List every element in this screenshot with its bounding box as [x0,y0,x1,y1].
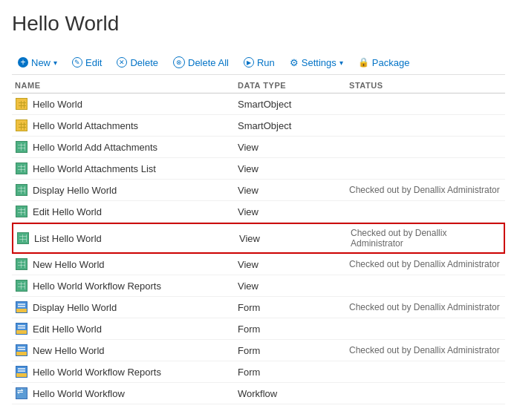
delete-label: Delete [130,57,158,68]
cell-name: Hello World Attachments [15,119,238,132]
item-name: Edit Hello World [33,324,102,335]
smartobject-icon [15,97,28,111]
table-row[interactable]: Hello World Workflow Reports Form [12,361,505,383]
view-icon [15,205,28,218]
table-row[interactable]: Hello World Attachments List View [12,158,505,180]
form-icon [15,301,28,314]
package-icon: 🔒 [358,57,369,68]
run-label: Run [257,57,275,68]
item-name: Hello World Workflow Reports [33,367,161,378]
item-name: Display Hello World [33,185,117,196]
cell-name: Display Hello World [15,183,238,197]
item-name: New Hello World [33,345,105,356]
page-title: Hello World [12,12,505,36]
table-row[interactable]: List Hello World View Checked out by Den… [12,223,505,254]
cell-datatype: View [238,259,349,270]
cell-status: Checked out by Denallix Administrator [349,185,502,195]
cell-status: Checked out by Denallix Administrator [351,228,501,249]
cell-datatype: View [238,163,349,174]
table-row[interactable]: Display Hello World Form Checked out by … [12,297,505,318]
run-button[interactable]: ▶ Run [238,54,281,71]
cell-datatype: Form [238,367,349,378]
col-header-datatype: DATA TYPE [238,81,349,90]
settings-icon: ⚙ [290,57,299,68]
smartobject-icon [15,119,28,132]
cell-datatype: SmartObject [238,120,349,131]
table-row[interactable]: Hello World Attachments SmartObject [12,115,505,137]
table-row[interactable]: Edit Hello World View [12,201,505,223]
item-name: Hello World Attachments [33,120,138,131]
package-label: Package [372,57,410,68]
item-name: Hello World Workflow [33,388,125,399]
table-row[interactable]: Hello World Add Attachments View [12,137,505,158]
col-header-name: NAME [15,81,238,90]
new-chevron-icon: ▾ [53,59,57,67]
settings-button[interactable]: ⚙ Settings ▾ [284,54,349,71]
cell-status: Checked out by Denallix Administrator [349,259,502,269]
cell-datatype: View [239,233,351,244]
column-headers: NAME DATA TYPE STATUS [12,78,505,93]
table-row[interactable]: Edit Hello World Form [12,318,505,340]
settings-label: Settings [302,57,336,68]
new-label: New [31,57,51,68]
table-row[interactable]: New Hello World View Checked out by Dena… [12,254,505,275]
cell-name: Edit Hello World [15,205,238,218]
item-name: New Hello World [33,259,105,270]
item-name: Hello World Add Attachments [33,142,157,153]
data-table: NAME DATA TYPE STATUS Hello World SmartO… [0,78,517,404]
package-button[interactable]: 🔒 Package [352,54,416,71]
delete-all-button[interactable]: ⊗ Delete All [167,53,235,71]
cell-name: Display Hello World [15,301,238,314]
cell-name: Hello World Attachments List [15,162,238,175]
new-icon: + [18,57,28,68]
cell-name: Hello World Workflow [15,387,238,400]
cell-name: List Hello World [16,232,239,245]
toolbar: + New ▾ ✎ Edit ✕ Delete ⊗ Delete All ▶ R… [12,50,505,75]
cell-datatype: Form [238,324,349,335]
item-name: List Hello World [34,233,102,244]
view-icon [15,162,28,175]
col-header-status: STATUS [349,81,502,90]
table-row[interactable]: New Hello World Form Checked out by Dena… [12,340,505,361]
cell-name: Hello World [15,97,238,111]
delete-button[interactable]: ✕ Delete [111,54,164,71]
item-name: Hello World Workflow Reports [33,280,161,292]
cell-name: Hello World Workflow Reports [15,365,238,378]
form-icon [15,365,28,378]
view-icon [15,140,28,154]
rows-container: Hello World SmartObject Hello World Atta… [12,93,505,404]
cell-name: New Hello World [15,344,238,357]
view-icon [15,257,28,271]
cell-datatype: Form [238,345,349,356]
view-icon [15,279,28,292]
edit-icon: ✎ [72,57,82,68]
cell-name: Edit Hello World [15,322,238,335]
cell-name: New Hello World [15,257,238,271]
cell-status: Checked out by Denallix Administrator [349,345,502,355]
edit-button[interactable]: ✎ Edit [66,54,108,71]
edit-label: Edit [85,57,102,68]
run-icon: ▶ [244,57,254,68]
cell-datatype: View [238,206,349,217]
item-name: Hello World Attachments List [33,163,156,174]
cell-datatype: View [238,142,349,153]
table-row[interactable]: Hello World Workflow Workflow [12,383,505,404]
new-button[interactable]: + New ▾ [12,54,63,71]
table-row[interactable]: Display Hello World View Checked out by … [12,180,505,201]
cell-name: Hello World Add Attachments [15,140,238,154]
table-row[interactable]: Hello World Workflow Reports View [12,275,505,297]
item-name: Hello World [33,99,82,110]
item-name: Display Hello World [33,302,117,313]
delete-all-label: Delete All [188,57,229,68]
cell-name: Hello World Workflow Reports [15,279,238,292]
table-row[interactable]: Hello World SmartObject [12,93,505,115]
cell-datatype: View [238,185,349,196]
delete-icon: ✕ [117,57,127,68]
workflow-icon [15,387,28,400]
item-name: Edit Hello World [33,206,102,217]
view-icon [16,232,30,245]
view-icon [15,183,28,197]
cell-status: Checked out by Denallix Administrator [349,302,502,312]
cell-datatype: Form [238,302,349,313]
cell-datatype: SmartObject [238,99,349,110]
